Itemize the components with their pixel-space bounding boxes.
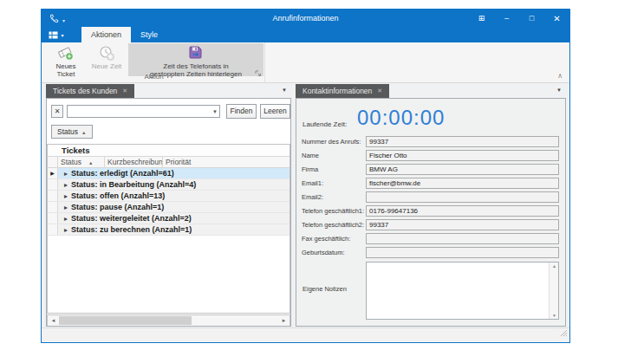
group-row-label: Status: erledigt (Anzahl=61) xyxy=(71,169,174,178)
contact-form: Nummer des Anrufs: Name Firma xyxy=(302,136,559,261)
grid-title: Tickets xyxy=(48,145,289,157)
group-by-label: Status xyxy=(57,127,78,136)
group-by-status-chip[interactable]: Status▲ xyxy=(51,125,93,139)
ribbon-tab-label: Aktionen xyxy=(91,30,121,39)
tickets-grid: Tickets Status▲ Kurzbeschreibung (... Pr… xyxy=(47,144,290,314)
tickets-panel: Tickets des Kunden ✕ ▼ ✕ ▼ Finden Leeren… xyxy=(46,84,291,327)
ticket-group-row[interactable]: ▶ ▸ Status: offen (Anzahl=13) xyxy=(48,191,289,202)
field-input[interactable] xyxy=(366,247,559,258)
row-indicator: ▶ xyxy=(48,179,58,190)
contact-panel: Kontaktinformationen ✕ ▼ Laufende Zeit: … xyxy=(296,84,566,327)
scrollbar-thumb[interactable] xyxy=(59,316,192,325)
clear-filter-button[interactable]: ✕ xyxy=(51,105,63,118)
panel-dropdown-icon[interactable]: ▼ xyxy=(282,88,287,93)
button-label-line: Neues xyxy=(55,62,75,70)
clear-button[interactable]: Leeren xyxy=(260,104,290,119)
dialog-launcher-icon[interactable] xyxy=(255,65,262,81)
form-row: Telefon geschäftlich2: xyxy=(302,219,559,230)
row-indicator: ▶ xyxy=(48,191,58,201)
content-area: Tickets des Kunden ✕ ▼ ✕ ▼ Finden Leeren… xyxy=(42,84,569,327)
horizontal-scrollbar[interactable]: ◂ ▸ xyxy=(47,314,290,326)
field-input[interactable] xyxy=(366,150,559,161)
group-row-label: Status: zu berechnen (Anzahl=1) xyxy=(71,225,192,234)
column-header-prioritaet[interactable]: Priorität xyxy=(163,157,289,167)
scroll-left-icon[interactable]: ◂ xyxy=(48,315,59,326)
column-header-kurzbeschreibung[interactable]: Kurzbeschreibung (... xyxy=(105,157,163,167)
ribbon-collapse-icon[interactable]: ∧ xyxy=(557,72,563,80)
field-input[interactable] xyxy=(366,164,559,175)
field-label: Fax geschäftlich: xyxy=(302,235,366,243)
field-input[interactable] xyxy=(366,205,559,217)
expand-icon[interactable]: ▸ xyxy=(64,192,68,200)
form-row: Name xyxy=(302,150,559,161)
panel-dropdown-icon[interactable]: ▼ xyxy=(556,88,562,93)
field-input[interactable] xyxy=(366,233,559,244)
expand-icon[interactable]: ▸ xyxy=(64,204,68,211)
scroll-up-icon[interactable]: ▲ xyxy=(552,263,556,269)
scroll-down-icon[interactable]: ▼ xyxy=(552,313,556,318)
tickets-panel-body: ✕ ▼ Finden Leeren Status▲ Tickets Status… xyxy=(46,98,291,327)
store-call-time-button[interactable]: Zeit des Telefonats in gestoppten Zeiten… xyxy=(128,43,263,76)
ticket-plus-icon xyxy=(47,45,85,62)
group-row-label: Status: weitergeleitet (Anzahl=2) xyxy=(71,214,192,223)
expand-icon[interactable]: ▸ xyxy=(64,226,68,234)
row-indicator: ▶ xyxy=(48,202,58,212)
tab-close-icon[interactable]: ✕ xyxy=(122,88,127,94)
tab-tickets-des-kunden[interactable]: Tickets des Kunden ✕ xyxy=(46,84,134,98)
form-row: Email1: xyxy=(302,178,559,189)
group-row-label: Status: offen (Anzahl=13) xyxy=(71,191,165,200)
form-row: Nummer des Anrufs: xyxy=(302,136,559,147)
ribbon-tab[interactable]: Style xyxy=(131,27,167,42)
search-combobox: ▼ xyxy=(67,105,220,118)
ticket-group-row[interactable]: ▶ ▸ Status: in Bearbeitung (Anzahl=4) xyxy=(48,179,289,191)
field-input[interactable] xyxy=(366,219,559,230)
expand-icon[interactable]: ▸ xyxy=(64,181,68,189)
minimize-button[interactable]: – xyxy=(494,10,519,27)
app-menu-icon xyxy=(49,27,58,42)
field-input[interactable] xyxy=(366,178,559,189)
field-input[interactable] xyxy=(366,191,559,203)
button-label-line: Neue Zeit xyxy=(92,62,122,70)
ribbon-tab-row: ▾ Aktionen Style xyxy=(42,27,569,42)
search-input[interactable] xyxy=(69,106,206,117)
panel-tab-label: Tickets des Kunden xyxy=(53,87,117,95)
close-button[interactable]: ✕ xyxy=(544,10,569,27)
clock-plus-icon xyxy=(87,45,127,62)
sort-asc-icon: ▲ xyxy=(88,160,93,165)
expand-icon[interactable]: ▸ xyxy=(64,170,68,178)
field-label: Telefon geschäftlich2: xyxy=(302,221,366,229)
combo-dropdown-icon[interactable]: ▼ xyxy=(212,109,218,114)
sort-asc-icon: ▲ xyxy=(81,130,86,135)
column-header-status[interactable]: Status▲ xyxy=(58,157,105,167)
ticket-group-row[interactable]: ▶ ▸ Status: pause (Anzahl=1) xyxy=(48,202,289,213)
ribbon-tab[interactable]: Aktionen xyxy=(81,27,131,42)
running-time-label: Laufende Zeit: xyxy=(302,120,347,128)
field-label: Nummer des Anrufs: xyxy=(302,138,366,146)
maximize-button[interactable]: □ xyxy=(519,10,544,27)
ribbon-tabs: Aktionen Style xyxy=(81,27,167,42)
ticket-group-row[interactable]: ▶ ▸ Status: zu berechnen (Anzahl=1) xyxy=(48,224,289,236)
field-label: Telefon geschäftlich1: xyxy=(302,207,366,215)
scroll-right-icon[interactable]: ▸ xyxy=(278,315,289,326)
ribbon-options-button[interactable]: ⊞ xyxy=(469,10,494,27)
expand-icon[interactable]: ▸ xyxy=(64,215,68,223)
form-row: Firma xyxy=(302,164,559,175)
app-menu-button[interactable]: ▾ xyxy=(42,27,71,42)
notes-scrollbar[interactable] xyxy=(549,262,558,319)
resize-grip[interactable] xyxy=(560,325,568,340)
field-input[interactable] xyxy=(366,136,559,147)
new-ticket-button[interactable]: Neues Ticket xyxy=(47,43,85,76)
indicator-column-header xyxy=(48,157,58,167)
running-time-value: 00:00:00 xyxy=(357,106,445,130)
field-label: Email1: xyxy=(302,179,366,187)
find-button[interactable]: Finden xyxy=(226,104,257,119)
form-row: Fax geschäftlich: xyxy=(302,233,559,244)
ticket-group-row[interactable]: ▶ ▸ Status: erledigt (Anzahl=61) xyxy=(48,168,289,179)
ticket-group-row[interactable]: ▶ ▸ Status: weitergeleitet (Anzahl=2) xyxy=(48,213,289,224)
row-indicator: ▶ xyxy=(48,224,58,235)
notes-textarea[interactable]: ▲ ▼ xyxy=(366,262,559,320)
row-indicator: ▶ xyxy=(48,168,58,178)
new-time-button: Neue Zeit xyxy=(87,43,127,76)
tab-kontaktinformationen[interactable]: Kontaktinformationen ✕ xyxy=(296,84,389,98)
tab-close-icon[interactable]: ✕ xyxy=(377,88,382,94)
